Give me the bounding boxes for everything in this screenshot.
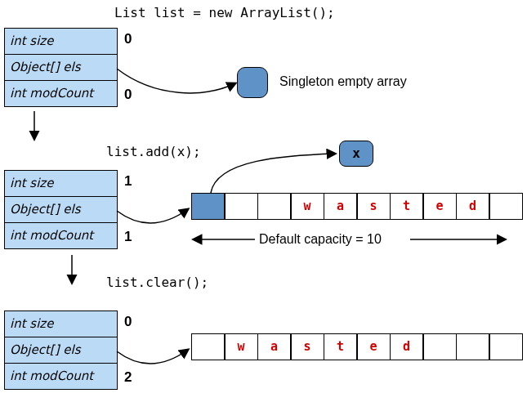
struct-2: int size Object[] els int modCount [4,170,118,249]
array2-cell-7 [422,333,457,360]
struct-1-size: int size [5,29,117,55]
code-line-clear: list.clear(); [106,275,208,290]
singleton-box [237,67,268,98]
array1-cell-1 [224,193,258,220]
struct-3-mod-value: 2 [124,369,132,386]
array2-cell-2: a [257,333,292,360]
array2-cell-5: e [356,333,391,360]
struct-2-size: int size [5,171,117,197]
array2-cell-1: w [224,333,258,360]
array-capacity-10: w a s t e d [192,193,523,220]
array2-cell-3: s [290,333,324,360]
struct-2-modcount: int modCount [5,223,117,248]
capacity-label: Default capacity = 10 [259,232,382,247]
array1-cell-7: e [422,193,457,220]
struct-2-mod-value: 1 [124,229,132,245]
array2-cell-6: d [390,333,424,360]
array1-cell-5: s [356,193,391,220]
array1-cell-9 [489,193,523,220]
array2-cell-0 [191,333,226,360]
singleton-label: Singleton empty array [279,74,407,89]
struct-3-size: int size [5,311,117,337]
struct-3-modcount: int modCount [5,364,117,389]
struct-1-modcount: int modCount [5,81,117,106]
array2-cell-8 [456,333,490,360]
struct-1-els: Object[] els [5,55,117,81]
array1-cell-6: t [390,193,424,220]
array-after-clear: w a s t e d [192,333,523,360]
array1-cell-0 [191,193,226,220]
struct-1-size-value: 0 [124,31,132,47]
struct-1-mod-value: 0 [124,87,132,103]
array1-cell-8: d [456,193,490,220]
x-element-box: x [339,141,373,167]
code-line-new: List list = new ArrayList(); [114,5,335,20]
code-line-add: list.add(x); [106,144,201,159]
array1-cell-3: w [290,193,324,220]
struct-2-size-value: 1 [124,173,132,190]
struct-3: int size Object[] els int modCount [4,311,118,390]
array2-cell-4: t [324,333,358,360]
array1-cell-2 [257,193,292,220]
struct-3-els: Object[] els [5,337,117,364]
struct-3-size-value: 0 [124,314,132,330]
struct-2-els: Object[] els [5,197,117,223]
array2-cell-9 [489,333,523,360]
array1-cell-4: a [324,193,358,220]
struct-1: int size Object[] els int modCount [4,28,118,107]
